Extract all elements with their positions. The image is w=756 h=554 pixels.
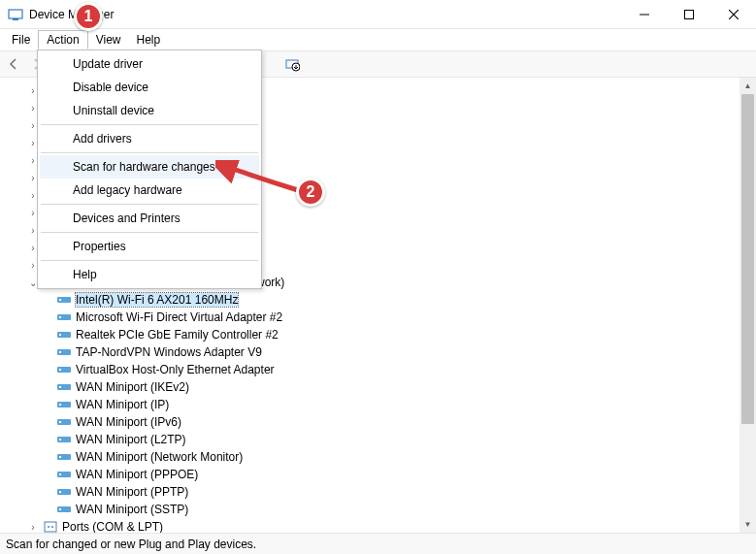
scrollbar-thumb[interactable] (741, 94, 754, 424)
annotation-2: 2 (296, 178, 325, 207)
svg-point-38 (51, 526, 53, 528)
tree-item[interactable]: WAN Miniport (Network Monitor) (0, 448, 756, 466)
svg-rect-23 (59, 404, 61, 406)
device-label: WAN Miniport (PPTP) (76, 485, 188, 499)
svg-rect-35 (59, 508, 61, 510)
device-label: WAN Miniport (L2TP) (76, 433, 186, 446)
app-icon (8, 7, 23, 22)
network-adapter-icon (56, 449, 72, 465)
tree-item[interactable]: WAN Miniport (IP) (0, 396, 756, 413)
network-adapter-icon (56, 502, 72, 517)
back-icon[interactable] (6, 56, 21, 72)
scroll-down-icon[interactable]: ▼ (740, 516, 756, 533)
svg-rect-3 (685, 10, 694, 18)
close-button[interactable] (711, 0, 756, 29)
statusbar: Scan for changed or new Plug and Play de… (0, 533, 756, 554)
svg-rect-1 (13, 18, 18, 20)
menu-add-legacy[interactable]: Add legacy hardware (40, 179, 259, 202)
menu-devices-printers[interactable]: Devices and Printers (40, 207, 259, 230)
scroll-up-icon[interactable]: ▲ (740, 78, 756, 94)
device-label: Realtek PCIe GbE Family Controller #2 (76, 328, 279, 342)
svg-rect-11 (59, 299, 61, 301)
minimize-button[interactable] (622, 0, 667, 29)
network-adapter-icon (56, 310, 72, 325)
tree-item[interactable]: VirtualBox Host-Only Ethernet Adapter (0, 361, 756, 378)
svg-point-37 (48, 526, 49, 528)
menu-action[interactable]: Action (38, 30, 87, 49)
tree-item[interactable]: Intel(R) Wi-Fi 6 AX201 160MHz (0, 291, 756, 309)
network-adapter-icon (56, 414, 72, 430)
menu-properties[interactable]: Properties (40, 235, 259, 258)
menu-separator (41, 152, 258, 153)
maximize-button[interactable] (667, 0, 711, 29)
chevron-right-icon[interactable]: › (27, 522, 39, 533)
tree-category-ports[interactable]: › Ports (COM & LPT) (0, 518, 756, 533)
menu-separator (41, 204, 258, 205)
titlebar: Device Manager (0, 0, 756, 29)
tree-item[interactable]: WAN Miniport (PPTP) (0, 483, 756, 501)
menu-file[interactable]: File (4, 31, 38, 49)
status-text: Scan for changed or new Plug and Play de… (6, 538, 256, 551)
device-label: WAN Miniport (IPv6) (76, 415, 181, 429)
svg-rect-25 (59, 421, 61, 423)
category-label: Ports (COM & LPT) (62, 520, 163, 533)
network-adapter-icon (56, 467, 72, 482)
scan-hardware-icon[interactable] (284, 56, 300, 72)
menu-view[interactable]: View (88, 31, 129, 49)
network-adapter-icon (56, 379, 72, 395)
menu-help-item[interactable]: Help (40, 263, 259, 286)
device-label: VirtualBox Host-Only Ethernet Adapter (76, 363, 275, 376)
network-adapter-icon (56, 344, 72, 360)
device-label: WAN Miniport (SSTP) (76, 503, 188, 516)
svg-rect-0 (9, 10, 22, 18)
svg-rect-31 (59, 473, 61, 475)
menu-separator (41, 124, 258, 125)
tree-item[interactable]: WAN Miniport (IPv6) (0, 413, 756, 431)
device-label: TAP-NordVPN Windows Adapter V9 (76, 345, 262, 359)
network-adapter-icon (56, 292, 72, 308)
svg-rect-19 (59, 369, 61, 371)
svg-rect-33 (59, 491, 61, 493)
action-dropdown: Update driver Disable device Uninstall d… (37, 49, 262, 289)
device-label: WAN Miniport (PPPOE) (76, 468, 198, 481)
menu-update-driver[interactable]: Update driver (40, 52, 259, 76)
vertical-scrollbar[interactable]: ▲ ▼ (740, 78, 756, 533)
network-adapter-icon (56, 362, 72, 377)
device-label: Microsoft Wi-Fi Direct Virtual Adapter #… (76, 310, 282, 324)
device-label: WAN Miniport (IKEv2) (76, 380, 189, 394)
tree-item[interactable]: Microsoft Wi-Fi Direct Virtual Adapter #… (0, 309, 756, 326)
svg-rect-15 (59, 334, 61, 336)
menu-separator (41, 260, 258, 261)
svg-rect-36 (45, 522, 56, 532)
network-adapter-icon (56, 432, 72, 447)
svg-rect-27 (59, 439, 61, 440)
network-adapter-icon (56, 397, 72, 412)
network-adapter-icon (56, 484, 72, 500)
tree-item[interactable]: WAN Miniport (L2TP) (0, 431, 756, 448)
device-label: Intel(R) Wi-Fi 6 AX201 160MHz (76, 293, 238, 307)
annotation-1: 1 (74, 2, 103, 31)
tree-item[interactable]: WAN Miniport (PPPOE) (0, 466, 756, 483)
tree-item[interactable]: TAP-NordVPN Windows Adapter V9 (0, 343, 756, 361)
svg-rect-17 (59, 351, 61, 353)
ports-icon (43, 519, 58, 533)
tree-item[interactable]: Realtek PCIe GbE Family Controller #2 (0, 326, 756, 343)
svg-rect-21 (59, 386, 61, 388)
tree-item[interactable]: WAN Miniport (IKEv2) (0, 378, 756, 396)
menubar: File Action View Help (0, 29, 756, 50)
network-adapter-icon (56, 327, 72, 342)
menu-separator (41, 232, 258, 233)
menu-disable-device[interactable]: Disable device (40, 76, 259, 99)
menu-add-drivers[interactable]: Add drivers (40, 127, 259, 150)
device-label: WAN Miniport (Network Monitor) (76, 450, 243, 464)
menu-scan-hardware[interactable]: Scan for hardware changes (40, 155, 259, 179)
svg-rect-13 (59, 316, 61, 318)
tree-item[interactable]: WAN Miniport (SSTP) (0, 501, 756, 518)
svg-rect-29 (59, 456, 61, 458)
device-label: WAN Miniport (IP) (76, 398, 169, 411)
menu-help[interactable]: Help (129, 31, 169, 49)
menu-uninstall-device[interactable]: Uninstall device (40, 99, 259, 122)
